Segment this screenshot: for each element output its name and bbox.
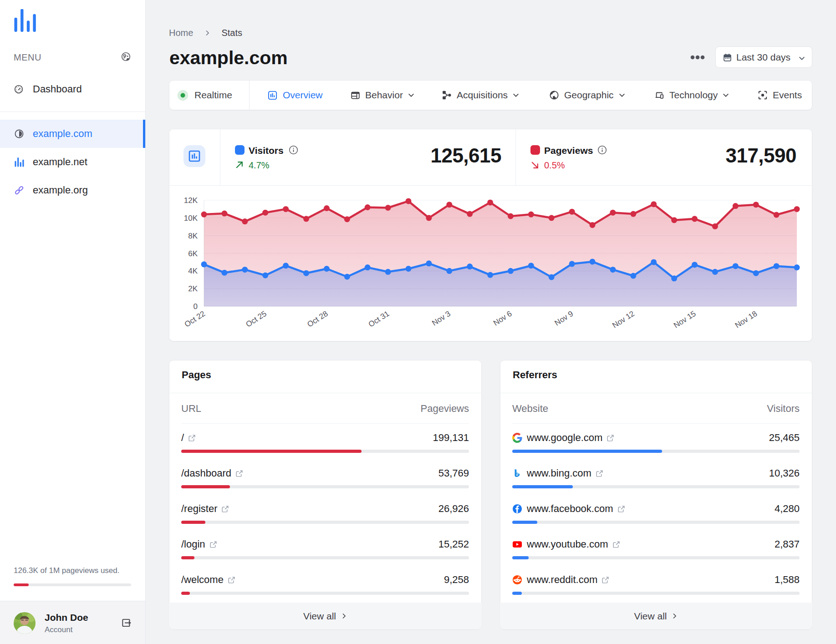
svg-text:Oct 25: Oct 25 — [245, 309, 268, 329]
svg-text:4K: 4K — [188, 267, 198, 275]
svg-text:10K: 10K — [184, 214, 198, 223]
svg-text:Oct 31: Oct 31 — [367, 309, 391, 329]
svg-text:Oct 28: Oct 28 — [306, 309, 329, 329]
svg-text:2K: 2K — [188, 284, 198, 293]
svg-text:Nov 15: Nov 15 — [672, 309, 698, 330]
svg-text:Nov 12: Nov 12 — [611, 309, 636, 330]
svg-text:Nov 6: Nov 6 — [492, 309, 514, 327]
svg-text:8K: 8K — [188, 232, 198, 240]
svg-text:6K: 6K — [188, 249, 198, 258]
svg-text:Nov 3: Nov 3 — [430, 309, 452, 327]
svg-text:Oct 22: Oct 22 — [183, 309, 207, 329]
svg-text:0: 0 — [194, 302, 198, 311]
svg-text:Nov 18: Nov 18 — [734, 309, 759, 330]
svg-text:Nov 9: Nov 9 — [553, 309, 575, 327]
svg-text:12K: 12K — [184, 196, 198, 205]
